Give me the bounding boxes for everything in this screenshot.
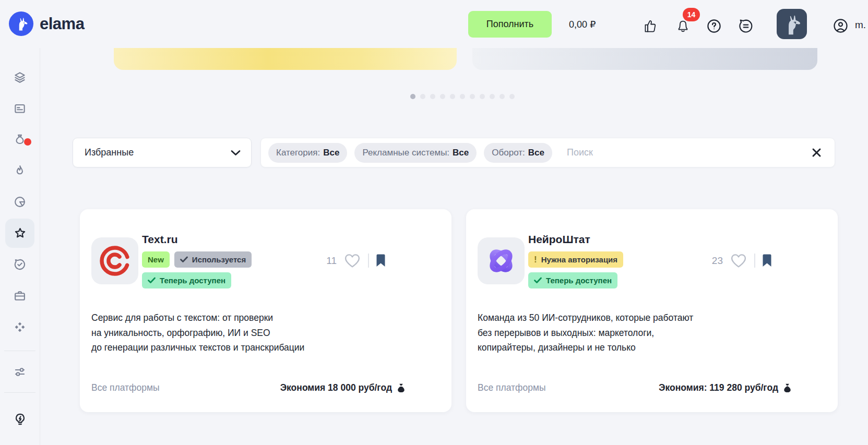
- sidebar-item-reviews[interactable]: [5, 250, 34, 279]
- pill-label: Рекламные системы:: [362, 148, 449, 158]
- heart-like-icon[interactable]: [730, 252, 747, 269]
- sliders-icon: [13, 365, 27, 379]
- service-card-textru[interactable]: Text.ru New Используется Теперь доступен…: [80, 209, 451, 412]
- likes-count: 11: [324, 255, 337, 267]
- services-diamonds-icon: [13, 320, 27, 334]
- badge-in-use: Используется: [174, 251, 252, 268]
- chat-support-icon[interactable]: [738, 18, 754, 34]
- actions-divider: [754, 254, 755, 268]
- filter-pill-ad-systems[interactable]: Рекламные системы: Все: [354, 143, 477, 163]
- carousel-dots: [410, 94, 515, 99]
- actions-divider: [368, 254, 369, 268]
- badge-now-available: Теперь доступен: [528, 272, 617, 288]
- clear-search-icon[interactable]: [808, 145, 824, 161]
- filter-pill-category[interactable]: Категория: Все: [268, 143, 347, 163]
- layers-icon: [13, 70, 27, 84]
- card-footer: Все платформы Экономия: 119 280 руб/год: [478, 382, 792, 393]
- badge-new: New: [142, 251, 170, 268]
- idea-bulb-icon: [13, 412, 27, 426]
- likes-count: 23: [710, 255, 723, 267]
- top-header: elama Пополнить 0,00 ₽ 14: [0, 0, 868, 48]
- pill-value: Все: [323, 148, 339, 158]
- pie-chart-icon: [13, 195, 27, 209]
- carousel-dot-5[interactable]: [460, 94, 465, 99]
- filter-pill-turnover[interactable]: Оборот: Все: [484, 143, 552, 163]
- user-account-icon[interactable]: [832, 17, 849, 34]
- bookmark-icon[interactable]: [762, 254, 772, 267]
- sidebar-item-news[interactable]: [5, 94, 34, 123]
- chat-check-icon: [13, 258, 27, 271]
- brand-wordmark: elama: [40, 15, 84, 33]
- sidebar-divider: [4, 392, 35, 393]
- flame-icon: [13, 164, 27, 177]
- help-icon[interactable]: [706, 18, 722, 34]
- carousel-dot-4[interactable]: [450, 94, 455, 99]
- money-bag-icon: [397, 383, 406, 392]
- left-sidebar: [0, 48, 40, 445]
- service-card-neuroshtat[interactable]: НейроШтат ! Нужна авторизация Теперь дос…: [466, 209, 838, 412]
- promo-banner-yellow[interactable]: [114, 48, 457, 70]
- sidebar-item-reports[interactable]: [5, 187, 34, 217]
- sidebar-item-ideas[interactable]: [5, 404, 34, 434]
- promo-banner-gray[interactable]: [472, 48, 817, 70]
- savings-label: Экономия 18 000 руб/год: [280, 382, 406, 393]
- briefcase-icon: [13, 289, 27, 303]
- card-title[interactable]: НейроШтат: [528, 233, 623, 246]
- app-root: elama Пополнить 0,00 ₽ 14: [0, 0, 868, 445]
- topup-button[interactable]: Пополнить: [468, 11, 552, 38]
- llama-avatar[interactable]: [777, 9, 807, 39]
- view-dropdown[interactable]: Избранные: [73, 138, 252, 167]
- notifications-badge[interactable]: 14: [683, 8, 700, 21]
- filters-search-bar: Категория: Все Рекламные системы: Все Об…: [260, 138, 835, 167]
- knot-icon: [484, 244, 518, 278]
- card-footer: Все платформы Экономия 18 000 руб/год: [91, 382, 406, 393]
- card-info: НейроШтат ! Нужна авторизация Теперь дос…: [528, 233, 623, 293]
- heart-like-icon[interactable]: [343, 252, 361, 269]
- view-dropdown-value: Избранные: [85, 147, 134, 158]
- sidebar-item-layers[interactable]: [5, 63, 34, 92]
- sidebar-item-jobs[interactable]: [5, 281, 34, 310]
- carousel-dot-10[interactable]: [509, 94, 515, 99]
- carousel-dot-6[interactable]: [470, 94, 475, 99]
- textru-logo: [91, 237, 138, 284]
- avatar-llama-glyph: [781, 13, 803, 35]
- chevron-down-icon: [231, 150, 241, 156]
- elama-logo-icon[interactable]: [9, 11, 33, 36]
- carousel-dot-7[interactable]: [480, 94, 485, 99]
- balance-amount[interactable]: 0,00 ₽: [569, 19, 611, 30]
- pill-label: Категория:: [276, 148, 320, 158]
- savings-label: Экономия: 119 280 руб/год: [659, 382, 792, 393]
- sidebar-divider: [4, 351, 35, 351]
- card-title[interactable]: Text.ru: [142, 233, 252, 246]
- check-icon: [148, 277, 156, 284]
- badge-now-available: Теперь доступен: [142, 272, 231, 288]
- search-input[interactable]: [560, 147, 808, 158]
- user-menu-label[interactable]: m.: [855, 19, 866, 31]
- money-bag-icon: [783, 383, 792, 392]
- star-icon: [13, 226, 27, 240]
- card-description: Команда из 50 ИИ-сотрудников, которые ра…: [478, 310, 791, 355]
- sidebar-item-favorites[interactable]: [5, 219, 34, 248]
- check-icon: [534, 277, 542, 284]
- sidebar-item-finance[interactable]: [5, 125, 34, 154]
- pill-label: Оборот:: [492, 148, 525, 158]
- pill-value: Все: [528, 148, 544, 158]
- exclamation-icon: !: [534, 255, 537, 265]
- carousel-dot-0[interactable]: [410, 94, 415, 99]
- llama-logo-glyph: [14, 16, 29, 32]
- sidebar-item-settings[interactable]: [5, 357, 34, 387]
- platforms-label: Все платформы: [91, 382, 160, 393]
- carousel-dot-9[interactable]: [500, 94, 505, 99]
- bookmark-icon[interactable]: [376, 254, 386, 267]
- carousel-dot-1[interactable]: [420, 94, 425, 99]
- card-description: Сервис для работы с текстом: от проверки…: [91, 310, 405, 355]
- pill-value: Все: [453, 148, 469, 158]
- copyright-icon: [98, 244, 132, 278]
- sidebar-item-promo[interactable]: [5, 156, 34, 185]
- carousel-dot-2[interactable]: [430, 94, 435, 99]
- sidebar-item-services[interactable]: [5, 312, 34, 342]
- carousel-dot-8[interactable]: [490, 94, 495, 99]
- thumbs-up-icon[interactable]: [641, 18, 658, 34]
- carousel-dot-3[interactable]: [440, 94, 445, 99]
- card-info: Text.ru New Используется Теперь доступен: [142, 233, 252, 293]
